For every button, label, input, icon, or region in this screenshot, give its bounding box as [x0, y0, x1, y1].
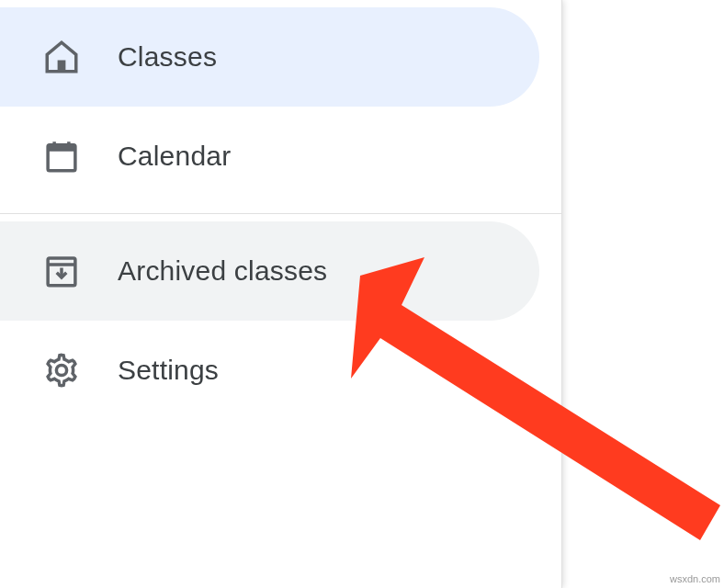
home-icon — [42, 38, 81, 76]
sidebar-section-main: Classes Calendar — [0, 0, 561, 213]
sidebar-item-label: Calendar — [118, 141, 231, 172]
sidebar-item-settings[interactable]: Settings — [0, 321, 539, 420]
sidebar-item-calendar[interactable]: Calendar — [0, 107, 539, 206]
svg-point-8 — [56, 365, 66, 375]
svg-rect-2 — [48, 145, 75, 152]
sidebar-item-label: Archived classes — [118, 255, 327, 287]
watermark: wsxdn.com — [670, 573, 720, 584]
sidebar-item-archived-classes[interactable]: Archived classes — [0, 221, 539, 321]
svg-rect-0 — [58, 61, 66, 72]
sidebar-section-secondary: Archived classes Settings — [0, 213, 561, 427]
sidebar-item-label: Settings — [118, 355, 219, 386]
archive-icon — [42, 252, 81, 290]
sidebar-item-classes[interactable]: Classes — [0, 7, 539, 107]
sidebar-panel: Classes Calendar — [0, 0, 562, 588]
gear-icon — [42, 351, 81, 390]
calendar-icon — [42, 137, 81, 175]
sidebar-item-label: Classes — [118, 41, 217, 73]
